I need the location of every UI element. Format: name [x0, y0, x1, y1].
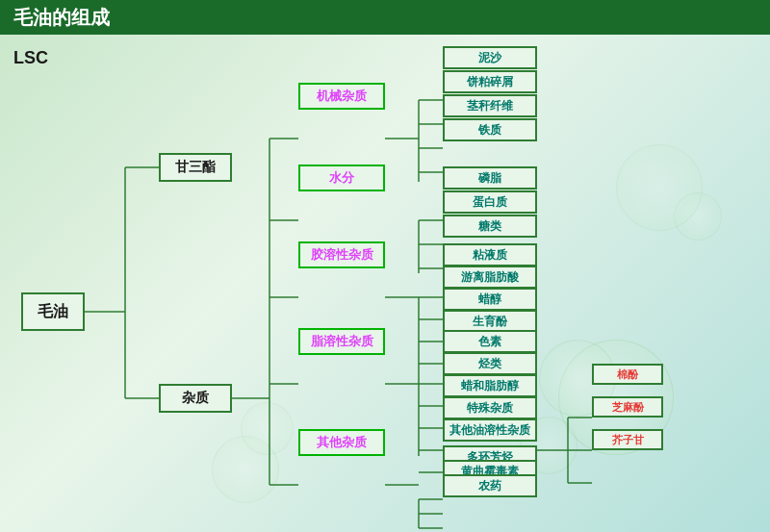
node-nongyao: 农药	[443, 474, 537, 497]
tree-lines	[0, 42, 751, 532]
node-sesu: 色素	[443, 330, 537, 353]
node-qitayourong: 其他油溶性杂质	[443, 418, 537, 442]
page-title: 毛油的组成	[13, 5, 110, 31]
node-tinglei: 烃类	[443, 352, 537, 375]
node-jiezi: 芥子甘	[592, 429, 663, 450]
node-linzhi: 磷脂	[443, 166, 537, 190]
node-root: 毛油	[21, 292, 85, 331]
node-lazhi: 蜡和脂肪醇	[443, 374, 537, 397]
node-nianye: 粘液质	[443, 243, 537, 266]
node-qita: 其他杂质	[298, 429, 385, 456]
node-jixie: 机械杂质	[298, 83, 385, 110]
lsc-label: LSC	[13, 48, 48, 68]
node-shuifen: 水分	[298, 165, 385, 191]
node-jiaorong: 胶溶性杂质	[298, 241, 385, 268]
node-zhimaquan: 芝麻酚	[592, 396, 663, 418]
node-mianfen: 棉酚	[592, 364, 663, 385]
node-zhirong: 脂溶性杂质	[298, 328, 385, 355]
node-teshu: 特殊杂质	[443, 396, 537, 419]
node-danbai: 蛋白质	[443, 190, 537, 214]
node-ganzhi: 甘三酯	[159, 153, 232, 182]
node-tiezhi: 铁质	[443, 118, 537, 141]
node-nisha: 泥沙	[443, 46, 537, 69]
node-zazhi: 杂质	[159, 384, 232, 413]
node-tanglei: 糖类	[443, 215, 537, 238]
node-lazun: 蜡醇	[443, 288, 537, 311]
node-jinggan: 茎秆纤维	[443, 94, 537, 117]
node-youli: 游离脂肪酸	[443, 266, 537, 289]
title-bar: 毛油的组成	[0, 0, 770, 35]
node-bingpao: 饼粕碎屑	[443, 70, 537, 93]
